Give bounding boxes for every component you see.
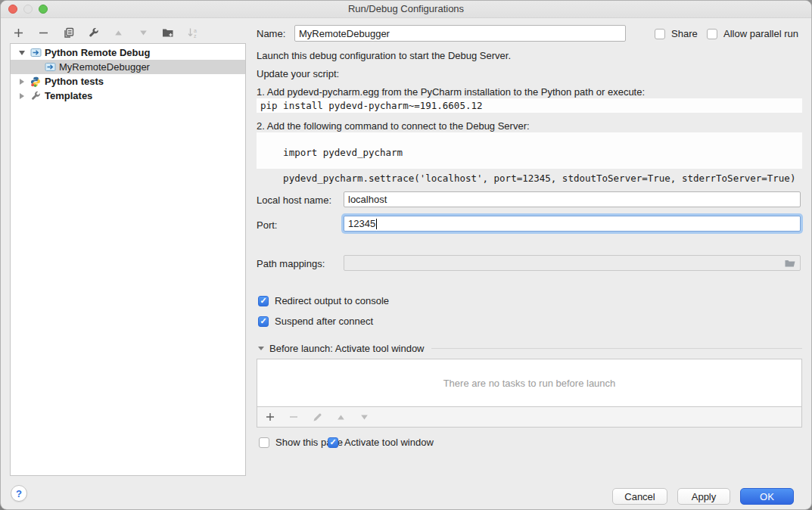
- sort-alphabetically-icon[interactable]: az: [186, 26, 200, 39]
- move-down-icon[interactable]: [136, 26, 150, 39]
- suspend-after-connect-label: Suspend after connect: [275, 316, 373, 327]
- edit-task-icon[interactable]: [310, 410, 324, 424]
- configurations-tree: Python Remote Debug MyRemoteDebugger Pyt…: [10, 43, 246, 476]
- add-configuration-icon[interactable]: [11, 26, 25, 39]
- new-folder-icon[interactable]: [161, 26, 175, 39]
- templates-wrench-icon: [30, 91, 42, 101]
- port-value: 12345: [348, 218, 375, 229]
- remove-configuration-icon[interactable]: [36, 26, 50, 39]
- move-task-down-icon[interactable]: [357, 410, 371, 424]
- remove-task-icon[interactable]: [287, 410, 300, 424]
- svg-text:z: z: [194, 33, 197, 39]
- browse-folder-icon[interactable]: [784, 258, 796, 268]
- settrace-code-block[interactable]: import pydevd_pycharm pydevd_pycharm.set…: [257, 132, 802, 169]
- collapsed-arrow-icon[interactable]: [17, 93, 27, 99]
- ok-button[interactable]: OK: [740, 488, 794, 505]
- tree-item-templates[interactable]: Templates: [11, 89, 245, 103]
- suspend-after-connect-checkbox[interactable]: [258, 316, 269, 327]
- section-divider: [431, 348, 802, 349]
- collapsed-arrow-icon[interactable]: [17, 79, 27, 85]
- cancel-button[interactable]: Cancel: [612, 488, 667, 505]
- tree-item-myremotedebugger[interactable]: MyRemoteDebugger: [11, 60, 245, 74]
- window-title: Run/Debug Configurations: [1, 1, 811, 17]
- help-button[interactable]: ?: [11, 485, 27, 502]
- allow-parallel-run-label: Allow parallel run: [723, 28, 798, 39]
- name-value: MyRemoteDebugger: [299, 28, 390, 39]
- before-launch-section-header[interactable]: Before launch: Activate tool window: [258, 343, 802, 354]
- svg-text:a: a: [194, 28, 197, 33]
- local-host-name-input[interactable]: localhost: [344, 191, 801, 207]
- task-list-toolbar: [257, 407, 802, 428]
- redirect-output-label: Redirect output to console: [275, 295, 389, 306]
- port-label: Port:: [257, 219, 277, 231]
- title-bar: Run/Debug Configurations: [1, 1, 811, 18]
- text-cursor: [376, 219, 377, 229]
- activate-tool-window-label: Activate tool window: [344, 437, 434, 448]
- tree-item-python-tests[interactable]: Python tests: [11, 74, 245, 89]
- allow-parallel-run-checkbox[interactable]: [707, 29, 717, 39]
- step2-text: 2. Add the following command to connect …: [257, 120, 530, 132]
- allow-parallel-run-checkbox-row[interactable]: Allow parallel run: [707, 28, 798, 39]
- show-this-page-checkbox[interactable]: [259, 437, 269, 448]
- run-debug-configurations-dialog: Run/Debug Configurations az: [0, 0, 812, 510]
- before-launch-title: Before launch: Activate tool window: [269, 343, 425, 354]
- path-mappings-label: Path mappings:: [257, 258, 325, 269]
- remote-debug-config-icon: [30, 48, 42, 58]
- name-input[interactable]: MyRemoteDebugger: [294, 25, 626, 42]
- step1-text: 1. Add pydevd-pycharm.egg from the PyCha…: [257, 86, 645, 98]
- local-host-name-label: Local host name:: [257, 194, 331, 206]
- code-line-1: import pydevd_pycharm: [283, 147, 403, 158]
- code-line-2: pydevd_pycharm.settrace('localhost', por…: [283, 173, 795, 184]
- tree-item-label: Python Remote Debug: [45, 47, 150, 58]
- share-checkbox[interactable]: [655, 29, 665, 39]
- tree-item-label: Templates: [45, 90, 92, 101]
- share-checkbox-row[interactable]: Share: [655, 28, 698, 39]
- update-script-text: Update your script:: [257, 68, 339, 79]
- share-label: Share: [671, 28, 698, 39]
- local-host-name-value: localhost: [348, 194, 387, 205]
- move-up-icon[interactable]: [111, 26, 125, 39]
- intro-text: Launch this debug configuration to start…: [257, 50, 511, 61]
- tree-item-label: MyRemoteDebugger: [59, 61, 150, 73]
- port-input[interactable]: 12345: [344, 216, 801, 232]
- pip-install-command[interactable]: pip install pydevd-pycharm~=191.6605.12: [257, 98, 802, 113]
- copy-configuration-icon[interactable]: [61, 26, 75, 39]
- activate-tool-window-checkbox-row[interactable]: Activate tool window: [328, 437, 434, 448]
- before-launch-task-list[interactable]: There are no tasks to run before launch: [257, 359, 802, 407]
- redirect-output-checkbox[interactable]: [258, 296, 269, 306]
- suspend-after-connect-checkbox-row[interactable]: Suspend after connect: [258, 316, 373, 327]
- move-task-up-icon[interactable]: [334, 410, 347, 424]
- apply-button[interactable]: Apply: [677, 488, 730, 505]
- tree-item-python-remote-debug[interactable]: Python Remote Debug: [11, 45, 245, 60]
- expanded-arrow-icon[interactable]: [17, 51, 27, 55]
- activate-tool-window-checkbox[interactable]: [328, 437, 338, 448]
- add-task-icon[interactable]: [263, 410, 277, 424]
- path-mappings-input[interactable]: [344, 255, 801, 271]
- edit-templates-icon[interactable]: [86, 26, 100, 39]
- remote-debug-config-icon: [44, 62, 56, 73]
- python-tests-icon: [30, 76, 42, 87]
- name-label: Name:: [257, 28, 285, 39]
- empty-task-list-message: There are no tasks to run before launch: [443, 378, 616, 389]
- section-collapse-icon[interactable]: [258, 347, 264, 350]
- tree-item-label: Python tests: [45, 76, 104, 87]
- configurations-toolbar: az: [11, 24, 200, 41]
- redirect-output-checkbox-row[interactable]: Redirect output to console: [258, 295, 389, 306]
